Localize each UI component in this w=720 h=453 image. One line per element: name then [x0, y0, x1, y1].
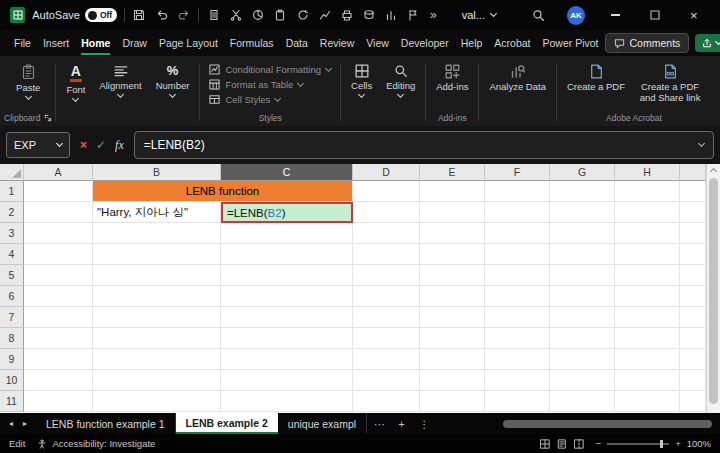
cell[interactable]: [353, 391, 420, 412]
search-icon[interactable]: [531, 7, 546, 23]
cell-h2[interactable]: [615, 202, 680, 223]
clipboard-icon[interactable]: [273, 7, 288, 23]
horizontal-scroll-thumb[interactable]: [503, 420, 712, 428]
currency-icon[interactable]: [362, 7, 377, 23]
cell[interactable]: [24, 244, 93, 265]
cell[interactable]: [550, 370, 615, 391]
cell[interactable]: [615, 328, 680, 349]
cell[interactable]: [615, 349, 680, 370]
tab-insert[interactable]: Insert: [37, 31, 75, 55]
cell[interactable]: [93, 307, 221, 328]
row-header[interactable]: 7: [0, 307, 24, 328]
analyze-data-button[interactable]: Analyze Data: [482, 58, 553, 126]
cell[interactable]: [353, 286, 420, 307]
paste-button[interactable]: Paste: [9, 58, 47, 101]
row-header[interactable]: 9: [0, 349, 24, 370]
cell[interactable]: [221, 349, 353, 370]
more-sheets-indicator[interactable]: ⋯: [367, 413, 392, 434]
row-header[interactable]: 4: [0, 244, 24, 265]
cell[interactable]: [485, 244, 550, 265]
cell[interactable]: [24, 328, 93, 349]
cell[interactable]: [93, 223, 221, 244]
cell[interactable]: [221, 391, 353, 412]
insert-function-button[interactable]: fx: [115, 138, 124, 153]
cell-c2-editing[interactable]: =LENB(B2): [221, 202, 353, 223]
clipboard-dialog-launcher-icon[interactable]: [44, 114, 52, 122]
row-header[interactable]: 11: [0, 391, 24, 412]
sheet-menu-dots[interactable]: ⋮: [412, 413, 437, 434]
sheet-tab-lenb-function-example-1[interactable]: LENB function example 1: [36, 413, 175, 434]
sheet-tab-unique-example[interactable]: unique exampl: [278, 413, 367, 434]
cell[interactable]: [24, 370, 93, 391]
pie-chart-icon[interactable]: [251, 7, 266, 23]
tab-power-pivot[interactable]: Power Pivot: [537, 31, 605, 55]
vertical-scrollbar[interactable]: [706, 164, 720, 413]
cell[interactable]: [221, 244, 353, 265]
share-button[interactable]: [695, 34, 720, 52]
tab-acrobat[interactable]: Acrobat: [488, 31, 536, 55]
cell[interactable]: [615, 370, 680, 391]
page-break-view-icon[interactable]: [574, 439, 584, 449]
comments-button[interactable]: Comments: [605, 33, 690, 53]
cell-g2[interactable]: [550, 202, 615, 223]
cell[interactable]: [24, 391, 93, 412]
cell-h1[interactable]: [615, 181, 680, 202]
cell[interactable]: [24, 349, 93, 370]
cell[interactable]: [615, 307, 680, 328]
cell[interactable]: [221, 328, 353, 349]
cell[interactable]: [485, 265, 550, 286]
cell-a2[interactable]: [24, 202, 93, 223]
cell[interactable]: [485, 370, 550, 391]
name-box[interactable]: EXP: [6, 132, 70, 158]
cell[interactable]: [420, 328, 485, 349]
cell-d2[interactable]: [353, 202, 420, 223]
cell[interactable]: [353, 223, 420, 244]
page-layout-view-icon[interactable]: [557, 439, 567, 449]
expand-formula-bar-chevron-icon[interactable]: [698, 140, 705, 147]
cell[interactable]: [221, 307, 353, 328]
sheet-tab-lenb-example-2[interactable]: LENB example 2: [176, 413, 278, 434]
cell[interactable]: [420, 307, 485, 328]
tab-file[interactable]: File: [8, 31, 37, 55]
tab-help[interactable]: Help: [455, 31, 489, 55]
save-icon[interactable]: [132, 7, 147, 23]
cell[interactable]: [221, 286, 353, 307]
redo-icon[interactable]: [176, 7, 191, 23]
refresh-icon[interactable]: [295, 7, 310, 23]
cell[interactable]: [353, 328, 420, 349]
cell-f1[interactable]: [485, 181, 550, 202]
zoom-level[interactable]: 100%: [687, 438, 711, 449]
conditional-formatting-button[interactable]: Conditional Formatting: [209, 64, 331, 75]
font-group-button[interactable]: A Font: [59, 58, 92, 126]
cell[interactable]: [550, 286, 615, 307]
row-header[interactable]: 6: [0, 286, 24, 307]
cell[interactable]: [221, 370, 353, 391]
cell[interactable]: [550, 223, 615, 244]
flag-icon[interactable]: [406, 7, 421, 23]
format-as-table-button[interactable]: Format as Table: [209, 79, 331, 90]
column-header-f[interactable]: F: [485, 164, 550, 181]
cell[interactable]: [550, 349, 615, 370]
cell[interactable]: [24, 307, 93, 328]
column-header-a[interactable]: A: [24, 164, 93, 181]
cell[interactable]: [485, 223, 550, 244]
cell-g1[interactable]: [550, 181, 615, 202]
cell[interactable]: [615, 244, 680, 265]
column-header-e[interactable]: E: [420, 164, 485, 181]
column-header-d[interactable]: D: [353, 164, 420, 181]
cell-b2[interactable]: "Harry, 지아나 싱": [93, 202, 221, 223]
horizontal-scrollbar[interactable]: [436, 413, 720, 434]
cell-e1[interactable]: [420, 181, 485, 202]
create-pdf-button[interactable]: Create a PDF: [560, 58, 632, 95]
add-sheet-button[interactable]: +: [392, 413, 412, 434]
cell-d1[interactable]: [353, 181, 420, 202]
cell[interactable]: [353, 265, 420, 286]
cell[interactable]: [93, 286, 221, 307]
zoom-slider[interactable]: [607, 443, 669, 445]
minimize-button[interactable]: [599, 1, 631, 29]
cell-a1[interactable]: [24, 181, 93, 202]
cell[interactable]: [353, 370, 420, 391]
row-header[interactable]: 5: [0, 265, 24, 286]
toolbar-overflow-chevron[interactable]: »: [428, 8, 439, 22]
cell[interactable]: [485, 307, 550, 328]
